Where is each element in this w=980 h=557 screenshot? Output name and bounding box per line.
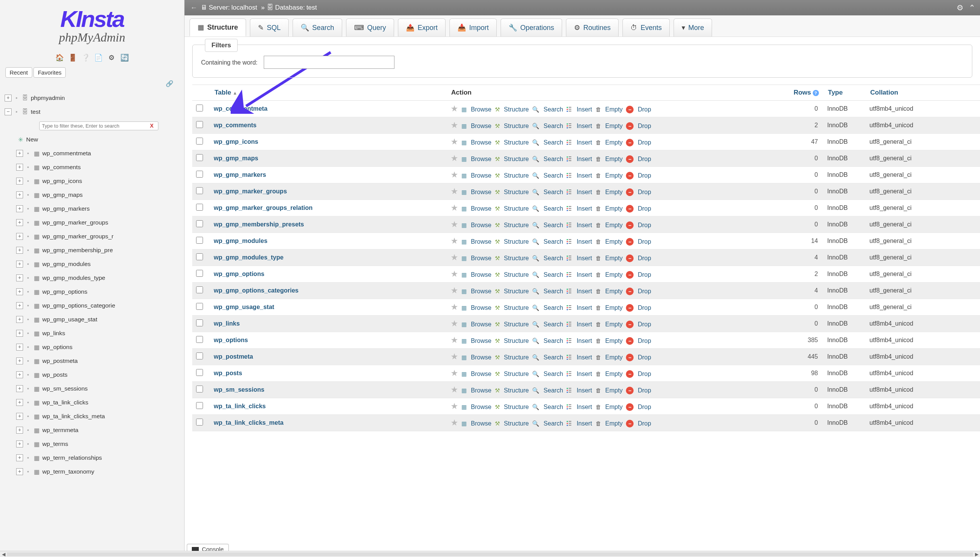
browse-action[interactable]: Browse xyxy=(471,371,491,377)
insert-action[interactable]: Insert xyxy=(577,288,592,294)
structure-action[interactable]: Structure xyxy=(504,304,529,311)
row-checkbox[interactable] xyxy=(196,171,203,178)
search-action[interactable]: Search xyxy=(544,387,563,394)
empty-action[interactable]: Empty xyxy=(605,123,622,129)
browse-action[interactable]: Browse xyxy=(471,238,491,245)
browse-action[interactable]: Browse xyxy=(471,288,491,294)
favorite-star-icon[interactable]: ★ xyxy=(451,401,458,411)
table-name-link[interactable]: wp_gmp_marker_groups_relation xyxy=(214,205,313,211)
structure-action[interactable]: Structure xyxy=(504,371,529,377)
browse-action[interactable]: Browse xyxy=(471,123,491,129)
insert-action[interactable]: Insert xyxy=(577,338,592,344)
tree-table-item[interactable]: +•▦wp_sm_sessions xyxy=(2,382,184,396)
table-name-link[interactable]: wp_gmp_maps xyxy=(214,155,258,161)
structure-action[interactable]: Structure xyxy=(504,404,529,410)
drop-action[interactable]: Drop xyxy=(638,238,651,245)
browse-action[interactable]: Browse xyxy=(471,255,491,261)
row-checkbox[interactable] xyxy=(196,386,203,392)
browse-action[interactable]: Browse xyxy=(471,338,491,344)
tree-table-item[interactable]: +•▦wp_options xyxy=(2,340,184,354)
home-icon[interactable]: 🏠 xyxy=(55,53,64,63)
tree-table-item[interactable]: +•▦wp_ta_link_clicks_meta xyxy=(2,409,184,423)
table-name-link[interactable]: wp_commentmeta xyxy=(214,105,268,112)
structure-action[interactable]: Structure xyxy=(504,172,529,179)
insert-action[interactable]: Insert xyxy=(577,123,592,129)
insert-action[interactable]: Insert xyxy=(577,404,592,410)
row-checkbox[interactable] xyxy=(196,352,203,359)
search-action[interactable]: Search xyxy=(544,106,563,113)
favorite-star-icon[interactable]: ★ xyxy=(451,203,458,213)
tree-table-item[interactable]: +•▦wp_terms xyxy=(2,437,184,451)
tree-table-item[interactable]: +•▦wp_gmp_membership_pre xyxy=(2,243,184,257)
empty-action[interactable]: Empty xyxy=(605,172,622,179)
insert-action[interactable]: Insert xyxy=(577,354,592,361)
row-checkbox[interactable] xyxy=(196,270,203,277)
structure-action[interactable]: Structure xyxy=(504,106,529,113)
favorite-star-icon[interactable]: ★ xyxy=(451,170,458,180)
favorite-star-icon[interactable]: ★ xyxy=(451,153,458,163)
table-name-link[interactable]: wp_gmp_usage_stat xyxy=(214,304,274,310)
favorite-star-icon[interactable]: ★ xyxy=(451,335,458,345)
tab-operations[interactable]: 🔧Operations xyxy=(501,18,562,37)
table-name-link[interactable]: wp_links xyxy=(214,320,240,327)
row-checkbox[interactable] xyxy=(196,402,203,409)
sql-icon[interactable]: 📄 xyxy=(94,53,103,63)
table-name-link[interactable]: wp_gmp_membership_presets xyxy=(214,221,304,228)
table-name-link[interactable]: wp_gmp_modules xyxy=(214,238,268,244)
search-action[interactable]: Search xyxy=(544,404,563,410)
structure-action[interactable]: Structure xyxy=(504,271,529,278)
favorite-star-icon[interactable]: ★ xyxy=(451,137,458,146)
favorites-button[interactable]: Favorites xyxy=(33,67,66,78)
col-table[interactable]: Table▲ xyxy=(210,85,447,101)
search-action[interactable]: Search xyxy=(544,156,563,162)
tree-table-item[interactable]: +•▦wp_postmeta xyxy=(2,354,184,368)
drop-action[interactable]: Drop xyxy=(638,371,651,377)
insert-action[interactable]: Insert xyxy=(577,156,592,162)
favorite-star-icon[interactable]: ★ xyxy=(451,319,458,328)
page-top-icon[interactable]: ⌃ xyxy=(969,3,975,12)
structure-action[interactable]: Structure xyxy=(504,354,529,361)
drop-action[interactable]: Drop xyxy=(638,288,651,294)
search-action[interactable]: Search xyxy=(544,205,563,212)
col-collation[interactable]: Collation xyxy=(866,85,980,101)
search-action[interactable]: Search xyxy=(544,172,563,179)
favorite-star-icon[interactable]: ★ xyxy=(451,236,458,246)
search-action[interactable]: Search xyxy=(544,189,563,195)
drop-action[interactable]: Drop xyxy=(638,123,651,129)
logout-icon[interactable]: 🚪 xyxy=(68,53,77,63)
empty-action[interactable]: Empty xyxy=(605,420,622,427)
search-action[interactable]: Search xyxy=(544,271,563,278)
row-checkbox[interactable] xyxy=(196,138,203,145)
tab-query[interactable]: ⌨Query xyxy=(346,18,394,37)
insert-action[interactable]: Insert xyxy=(577,387,592,394)
drop-action[interactable]: Drop xyxy=(638,172,651,179)
insert-action[interactable]: Insert xyxy=(577,321,592,328)
empty-action[interactable]: Empty xyxy=(605,387,622,394)
browse-action[interactable]: Browse xyxy=(471,172,491,179)
tab-more[interactable]: ▾More xyxy=(674,18,712,37)
tab-events[interactable]: ⏱Events xyxy=(622,18,670,37)
browse-action[interactable]: Browse xyxy=(471,304,491,311)
drop-action[interactable]: Drop xyxy=(638,271,651,278)
drop-action[interactable]: Drop xyxy=(638,404,651,410)
table-name-link[interactable]: wp_gmp_modules_type xyxy=(214,254,283,261)
col-type[interactable]: Type xyxy=(824,85,866,101)
structure-action[interactable]: Structure xyxy=(504,222,529,228)
tab-routines[interactable]: ⚙Routines xyxy=(566,18,619,37)
browse-action[interactable]: Browse xyxy=(471,321,491,328)
tab-structure[interactable]: ▦Structure xyxy=(190,18,246,37)
drop-action[interactable]: Drop xyxy=(638,205,651,212)
insert-action[interactable]: Insert xyxy=(577,238,592,245)
tree-table-item[interactable]: +•▦wp_gmp_maps xyxy=(2,188,184,202)
tab-search[interactable]: 🔍Search xyxy=(293,18,342,37)
structure-action[interactable]: Structure xyxy=(504,205,529,212)
recent-button[interactable]: Recent xyxy=(5,67,32,78)
browse-action[interactable]: Browse xyxy=(471,354,491,361)
tree-table-item[interactable]: +•▦wp_gmp_markers xyxy=(2,202,184,216)
row-checkbox[interactable] xyxy=(196,204,203,211)
search-action[interactable]: Search xyxy=(544,255,563,261)
row-checkbox[interactable] xyxy=(196,105,203,111)
empty-action[interactable]: Empty xyxy=(605,304,622,311)
drop-action[interactable]: Drop xyxy=(638,338,651,344)
empty-action[interactable]: Empty xyxy=(605,139,622,146)
